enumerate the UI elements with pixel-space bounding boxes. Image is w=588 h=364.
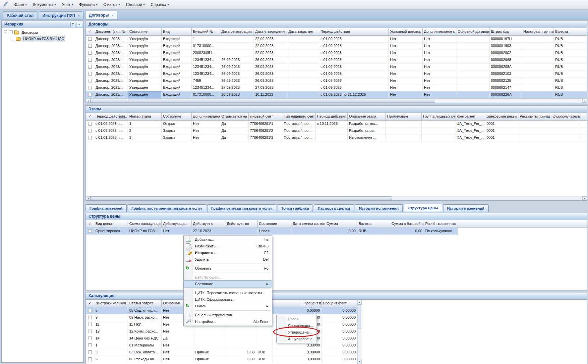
filter-button[interactable] — [70, 22, 76, 27]
row-checkbox[interactable] — [88, 129, 92, 132]
column-header[interactable]: Внешний № — [192, 28, 220, 35]
scrollbar-thumb[interactable] — [358, 305, 361, 329]
menu-item-delete[interactable]: УдалитьDel — [184, 256, 271, 263]
scrollbar-thumb[interactable] — [90, 196, 392, 200]
subtab-deal-passports[interactable]: Паспорта сделки — [314, 204, 354, 212]
row-checkbox[interactable] — [88, 86, 92, 89]
tab-instructions[interactable]: Инструкции ПУП× — [39, 11, 84, 19]
menu-file[interactable]: Файл▾ — [11, 1, 30, 8]
column-header[interactable]: Вид цены — [94, 220, 128, 228]
table-row[interactable]: с 01.01.2025 п...3ЗакрытНетДа7706406291\… — [86, 134, 587, 141]
scroll-up-button[interactable]: ▲ — [358, 300, 362, 305]
table-row[interactable]: Договор, 2023/...УтверждёнВходящий123451… — [86, 84, 587, 91]
row-checkbox[interactable] — [88, 337, 92, 340]
table-row[interactable]: с 01.09.2023 п...1ОткрытНетДа7706406291\… — [86, 121, 587, 128]
column-header[interactable]: ✓ — [86, 113, 94, 120]
column-header[interactable]: Налоговая группа — [522, 28, 554, 35]
menu-accounting[interactable]: Учёт▾ — [59, 1, 76, 8]
column-header[interactable]: ✓ — [86, 220, 94, 228]
column-header[interactable]: Валюта — [554, 28, 587, 35]
row-checkbox[interactable] — [88, 343, 92, 347]
row-checkbox[interactable] — [88, 136, 92, 139]
column-header[interactable]: Сумма — [325, 220, 357, 228]
column-header[interactable]: Описание этапа — [348, 113, 386, 120]
row-checkbox[interactable] — [88, 229, 92, 233]
column-header[interactable]: ✓ — [86, 28, 94, 35]
table-row[interactable]: 606 Расходы на ...НетПрямые0,00RUB0,0000… — [86, 356, 357, 363]
row-checkbox[interactable] — [88, 309, 92, 312]
collapse-sidebar-button[interactable]: « — [77, 22, 82, 27]
table-row[interactable]: 101 МатериалыНет0,000000,00000 — [86, 342, 357, 349]
column-header[interactable]: Основной договор — [456, 28, 490, 35]
row-checkbox[interactable] — [88, 72, 92, 76]
column-header[interactable]: Документ (тип, № — [94, 28, 128, 35]
tree-checkbox[interactable] — [9, 30, 13, 34]
column-header[interactable]: Примечание — [386, 113, 422, 120]
table-row[interactable]: Договор, 2023/...УтверждёнВходящий017310… — [86, 91, 587, 98]
menu-item-citk-recalc[interactable]: ЦИТК. Пересчитать косвенные затраты... — [184, 289, 271, 296]
scrollbar-thumb[interactable] — [90, 99, 435, 103]
column-header[interactable]: Период действия — [319, 28, 389, 35]
close-icon[interactable]: × — [111, 13, 113, 17]
scroll-left-button[interactable]: ◄ — [86, 196, 90, 200]
column-header[interactable]: Отражается на су — [220, 113, 249, 120]
column-header[interactable]: Действующая — [162, 220, 192, 228]
subtab-goods-issue-schedule[interactable]: График отпуска товаров и услуг — [207, 204, 276, 212]
menu-reports[interactable]: Отчёты▾ — [100, 1, 123, 8]
row-checkbox[interactable] — [88, 58, 92, 62]
row-checkbox[interactable] — [88, 357, 92, 361]
table-row[interactable]: Договор, 2023/...УтверждёнВходящий017310… — [86, 43, 587, 50]
menu-item-refresh[interactable]: ОбновитьF5 — [184, 265, 271, 272]
column-header[interactable]: № строки калькул — [94, 300, 128, 307]
row-checkbox[interactable] — [88, 93, 92, 96]
column-header[interactable]: Вид — [162, 28, 192, 35]
subtab-price-structure[interactable]: Структура цены — [404, 204, 442, 212]
column-header[interactable]: Валюта — [357, 220, 390, 228]
horizontal-scrollbar[interactable]: ◄ ► — [86, 98, 587, 103]
column-header[interactable]: Состояние — [162, 113, 192, 120]
menu-documents[interactable]: Документы▾ — [30, 1, 59, 8]
table-row[interactable]: Договор, 2023/...УтверждёнВходящий123451… — [86, 57, 587, 64]
table-row[interactable]: с 01.09.2023 п...2ЗакрытНетДа7706406291\… — [86, 128, 587, 134]
column-header[interactable]: Реквизиты принад — [518, 113, 550, 120]
column-header[interactable]: Состояние — [258, 220, 291, 228]
table-row[interactable]: Договор, 2023/...УтверждёнВходящий745926… — [86, 78, 587, 84]
row-checkbox[interactable] — [88, 51, 92, 55]
column-header[interactable]: Банковские рекви — [485, 113, 518, 120]
column-header[interactable]: Дата регистрации — [220, 28, 254, 35]
column-header[interactable]: Штрих-код — [490, 28, 522, 35]
menu-item-duplicate[interactable]: Размножить...Ctrl+F3 — [184, 243, 271, 249]
column-header[interactable]: Дополнительное с — [423, 28, 456, 35]
scroll-left-button[interactable]: ◄ — [86, 99, 90, 103]
column-header[interactable]: Период действия.. — [94, 113, 128, 120]
collapse-node-icon[interactable]: − — [4, 30, 7, 34]
scroll-right-button[interactable]: ► — [582, 99, 587, 103]
table-row[interactable]: Договор, 2023/...УтверждёнВходящий122.09… — [86, 36, 587, 43]
tree-checkbox[interactable] — [11, 37, 14, 40]
row-checkbox[interactable] — [88, 37, 92, 41]
menu-item-add[interactable]: Добавить...Ins — [184, 236, 271, 243]
column-header[interactable]: ✓ — [86, 300, 94, 307]
column-header[interactable]: Действует по — [225, 220, 258, 228]
column-header[interactable]: Состояние — [128, 28, 162, 35]
column-header[interactable]: Грузополучатель — [550, 113, 580, 120]
column-header[interactable]: Схема калькуляци — [128, 220, 162, 228]
menu-item-agreed[interactable]: Согласована... — [277, 322, 316, 329]
column-header[interactable]: Действует с — [192, 220, 225, 228]
column-header[interactable]: Статья затрат — [128, 300, 162, 307]
subtab-schedule-points[interactable]: Точки графика — [277, 204, 313, 212]
column-header[interactable]: Период действия э — [316, 113, 348, 120]
subtab-payments-schedule[interactable]: График платежей — [86, 204, 127, 212]
scroll-down-button[interactable]: ▼ — [358, 359, 362, 364]
row-checkbox[interactable] — [88, 316, 92, 319]
menu-item-state[interactable]: Состояние▶ — [184, 281, 271, 287]
menu-item-citk-generate[interactable]: ЦИТК. Сформировать... — [184, 296, 271, 303]
column-header[interactable]: Расчёт косвенных — [424, 220, 457, 228]
column-header[interactable] — [272, 300, 302, 307]
menu-item-edit[interactable]: Исправить...F2 — [184, 249, 271, 256]
subtab-change-history[interactable]: История изменений — [443, 204, 489, 212]
column-header[interactable]: Номер этапа — [128, 113, 162, 120]
scroll-right-button[interactable]: ► — [582, 196, 587, 200]
subtab-goods-receipt-schedule[interactable]: График поступления товаров и услуг — [128, 204, 206, 212]
row-checkbox[interactable] — [88, 350, 92, 354]
